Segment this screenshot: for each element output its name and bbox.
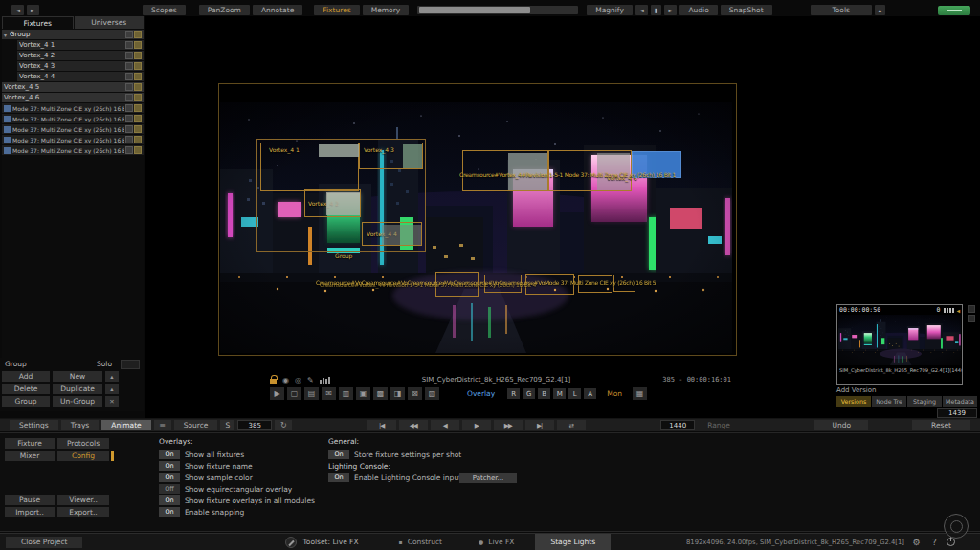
gear-icon[interactable]: ⚙ [910,536,923,548]
pause-button[interactable]: Pause [5,495,55,505]
collapse-up-icon[interactable]: ▴ [105,384,119,394]
fixture-overlay-box[interactable]: Vortex_4 1 [260,143,359,191]
step-back-button[interactable]: ◀ [431,420,459,430]
power-icon[interactable] [947,538,955,546]
safe-area-icon[interactable]: ▢ [287,387,301,400]
toggle-show-equirectangular-overlay[interactable]: Off [159,484,180,494]
fixture-state-icon[interactable] [125,31,133,38]
menu-icon[interactable]: ≡ [154,420,171,430]
toggle-store-fixture-settings[interactable]: On [328,450,349,459]
annotate-button[interactable]: Annotate [253,5,302,15]
play-button[interactable]: ▶ [462,420,491,430]
audio-button[interactable]: Audio [679,5,717,15]
channel-b-button[interactable]: B [538,388,550,399]
toggle-enable-lighting-console[interactable]: On [328,473,349,482]
ungroup-button[interactable]: Un-Group [53,396,102,407]
preview-player-panel[interactable]: 00:00:00:50 0 ◀ SIM_CyberDistrict_8k_H26… [836,304,963,385]
viewer-button[interactable]: Viewer.. [57,495,109,505]
new-button[interactable]: New [53,371,102,382]
channel-r-button[interactable]: R [507,388,520,399]
source-s-button[interactable]: S [220,420,234,430]
timeline-scroll-slider[interactable] [417,6,578,14]
annotate-pen-icon[interactable]: ✎ [307,376,314,385]
fixture-overlay-box[interactable]: Vortex_4 2 [304,189,361,217]
fixture-page-button[interactable]: Fixture [5,438,55,449]
fixture-row[interactable]: Vortex_4 2 [17,51,144,60]
wrench-icon[interactable] [285,537,297,548]
range-button[interactable]: Range [698,420,740,430]
mixer-page-button[interactable]: Mixer [5,451,55,461]
fixture-group-row[interactable]: ▾ Group [2,30,144,39]
panzoom-button[interactable]: PanZoom [199,5,250,15]
fixture-state-icon[interactable] [125,136,133,143]
animate-button[interactable]: Animate [101,420,150,430]
loop-icon[interactable]: ↻ [275,420,292,430]
fixture-row[interactable]: Vortex_4 5 [2,82,144,92]
import-button[interactable]: Import.. [5,507,55,517]
total-frames-field[interactable]: 1440 [660,420,695,430]
checker-view-icon[interactable]: ▩ [373,387,388,400]
toggle-show-overlays-all-modules[interactable]: On [159,495,180,505]
close-project-button[interactable]: Close Project [6,537,82,548]
source-button[interactable]: Source [174,420,218,430]
help-icon[interactable]: ? [928,536,941,548]
preview-thumbnail[interactable] [838,315,961,365]
diagonal-view-icon[interactable]: ▧ [425,387,439,400]
toggle-enable-snapping[interactable]: On [159,507,180,517]
tab-stage-lights[interactable]: Stage Lights [535,534,611,550]
magnify-left-arrow-icon[interactable]: ◄ [635,5,648,15]
tab-staging[interactable]: Staging [907,396,942,407]
toggle-show-all-fixtures[interactable]: On [159,450,180,459]
grid-layout-icon[interactable]: ▦ [633,387,647,400]
split-view-icon[interactable]: ▤ [304,387,319,400]
target-icon[interactable]: ◉ [282,376,289,385]
fixture-state-icon[interactable] [125,115,133,122]
fixture-color-icon[interactable] [134,52,142,59]
fixture-mode-row[interactable]: Mode 37: Multi Zone CIE xy (26ch) 16 Bit… [2,135,144,144]
fixture-color-icon[interactable] [134,73,142,80]
fixture-row[interactable]: Vortex_4 3 [17,61,144,71]
fixture-color-icon[interactable] [134,146,142,154]
fixture-mode-row[interactable]: Mode 37: Multi Zone CIE xy (26ch) 16 Bit… [2,145,144,155]
magnify-right-arrow-icon[interactable]: ► [664,5,677,15]
tab-live-fx[interactable]: ●Live FX [463,534,529,550]
tab-fixtures[interactable]: Fixtures [2,16,74,29]
tools-expand-icon[interactable]: ▴ [875,5,885,15]
skip-to-end-button[interactable]: ▶| [525,420,554,430]
preview-back-icon[interactable]: ◀ [956,307,960,314]
settings-button[interactable]: Settings [10,420,58,430]
delete-button[interactable]: Delete [2,384,50,394]
fast-forward-button[interactable]: ▶▶ [494,420,523,430]
export-button[interactable]: Export.. [57,507,109,517]
close-icon[interactable]: ✕ [105,396,119,407]
channel-g-button[interactable]: G [523,388,535,399]
fixture-color-icon[interactable] [134,104,142,112]
fixture-state-icon[interactable] [125,104,133,112]
channel-a-button[interactable]: A [584,388,596,399]
fixture-color-icon[interactable] [134,136,142,143]
current-frame-field[interactable]: 385 [237,420,272,430]
undo-button[interactable]: Undo [814,420,868,430]
toggle-show-sample-color[interactable]: On [159,473,180,482]
monitor-output-button[interactable]: Mon [607,389,622,398]
group-button[interactable]: Group [2,396,50,407]
play-overlay-icon[interactable]: ▶ [270,387,284,400]
overlay-mode-button[interactable]: Overlay [467,389,495,398]
fixture-state-icon[interactable] [125,73,133,80]
back-button[interactable]: ◄ [11,5,24,15]
fixture-color-icon[interactable] [134,125,142,133]
magnify-handle-icon[interactable]: ▮ [651,5,662,15]
fixture-state-icon[interactable] [125,62,133,70]
expand-arrow-icon[interactable]: ▾ [4,32,7,38]
tab-node-tree[interactable]: Node Tre [872,396,906,407]
tools-button[interactable]: Tools [811,5,872,15]
fixture-overlay-box[interactable]: Vortex_4 3 [359,143,423,169]
fixture-row[interactable]: Vortex_4 1 [17,40,144,50]
channel-l-button[interactable]: L [568,388,581,399]
levels-icon[interactable] [320,377,330,384]
config-page-button[interactable]: Config [57,451,109,461]
fixture-row[interactable]: Vortex_4 6 [2,93,144,102]
frame-view-icon[interactable]: ▣ [356,387,370,400]
forward-button[interactable]: ► [27,5,39,15]
fixture-overlay-box[interactable]: Vortex_4 4 [362,222,422,246]
